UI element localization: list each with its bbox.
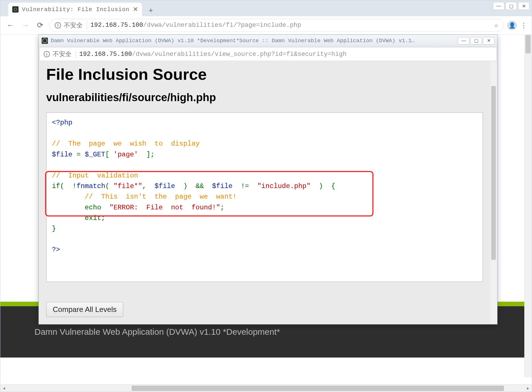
popup-body: File Inclusion Source vulnerabilities/fi… xyxy=(39,62,490,324)
browser-menu-button[interactable]: ⋮ xyxy=(520,21,527,29)
browser-window: — ▢ ✕ Vulnerability: File Inclusion ✕ + … xyxy=(0,0,532,392)
popup-security-label: 不安全 xyxy=(53,50,72,58)
security-label: 不安全 xyxy=(64,21,83,30)
browser-tab[interactable]: Vulnerability: File Inclusion ✕ xyxy=(8,3,142,16)
url-text: 192.168.75.100/dvwa/vulnerabilities/fi/?… xyxy=(90,22,301,29)
source-heading: File Inclusion Source xyxy=(46,65,483,83)
tab-title: Vulnerability: File Inclusion xyxy=(22,6,129,13)
window-minimize-button[interactable]: — xyxy=(493,2,504,10)
popup-titlebar[interactable]: Damn Vulnerable Web Application (DVWA) v… xyxy=(39,35,497,47)
content-viewport: Damn Vulnerable Web Application (DVWA) v… xyxy=(0,34,532,385)
scrollbar-thumb[interactable] xyxy=(132,386,504,391)
compare-all-levels-button[interactable]: Compare All Levels xyxy=(46,302,123,317)
profile-avatar-icon[interactable]: 👤 xyxy=(507,21,517,30)
back-button[interactable]: ← xyxy=(5,20,16,31)
scroll-right-icon[interactable]: ▸ xyxy=(524,385,532,392)
address-bar[interactable]: i 不安全 192.168.75.100/dvwa/vulnerabilitie… xyxy=(49,19,504,32)
source-subheading: vulnerabilities/fi/source/high.php xyxy=(46,91,483,104)
scroll-left-icon[interactable]: ◂ xyxy=(0,385,8,392)
popup-title: Damn Vulnerable Web Application (DVWA) v… xyxy=(51,38,455,44)
new-tab-button[interactable]: + xyxy=(145,4,157,16)
popup-url-text: 192.168.75.100/dvwa/vulnerabilities/view… xyxy=(79,51,346,58)
popup-favicon-icon xyxy=(42,38,48,44)
tab-favicon-icon xyxy=(12,6,19,13)
popup-vertical-scrollbar[interactable] xyxy=(490,62,497,324)
security-indicator[interactable]: i 不安全 xyxy=(55,21,87,30)
tab-close-icon[interactable]: ✕ xyxy=(133,6,138,13)
popup-minimize-button[interactable]: — xyxy=(458,37,469,44)
forward-button[interactable]: → xyxy=(20,20,31,31)
popup-maximize-button[interactable]: ▢ xyxy=(470,37,482,44)
info-icon: i xyxy=(44,51,50,57)
window-close-button[interactable]: ✕ xyxy=(518,2,529,10)
tab-strip: Vulnerability: File Inclusion ✕ + xyxy=(0,0,532,16)
popup-window-controls: — ▢ ✕ xyxy=(458,37,494,44)
source-popup-window: Damn Vulnerable Web Application (DVWA) v… xyxy=(38,34,498,324)
toolbar: ← → ⟳ i 不安全 192.168.75.100/dvwa/vulnerab… xyxy=(0,16,532,34)
source-code-block: <?php // The page we wish to display $fi… xyxy=(46,112,483,282)
svg-point-1 xyxy=(42,38,47,43)
popup-close-button[interactable]: ✕ xyxy=(483,37,494,44)
info-icon: i xyxy=(55,22,61,28)
footer-text: Damn Vulnerable Web Application (DVWA) v… xyxy=(34,327,280,337)
window-maximize-button[interactable]: ▢ xyxy=(505,2,517,10)
scrollbar-thumb[interactable] xyxy=(491,86,496,260)
popup-content: File Inclusion Source vulnerabilities/fi… xyxy=(39,62,497,324)
popup-security-indicator[interactable]: i 不安全 xyxy=(44,50,76,58)
reload-button[interactable]: ⟳ xyxy=(34,20,46,31)
scrollbar-thumb[interactable] xyxy=(525,35,531,53)
svg-point-0 xyxy=(14,8,17,11)
main-vertical-scrollbar[interactable] xyxy=(524,34,532,377)
scrollbar-track[interactable] xyxy=(8,385,524,392)
bookmark-star-icon[interactable]: ☆ xyxy=(494,21,498,29)
main-horizontal-scrollbar[interactable]: ◂ ▸ xyxy=(0,384,532,392)
popup-address-bar[interactable]: i 不安全 192.168.75.100/dvwa/vulnerabilitie… xyxy=(39,47,497,61)
window-controls: — ▢ ✕ xyxy=(493,2,529,10)
